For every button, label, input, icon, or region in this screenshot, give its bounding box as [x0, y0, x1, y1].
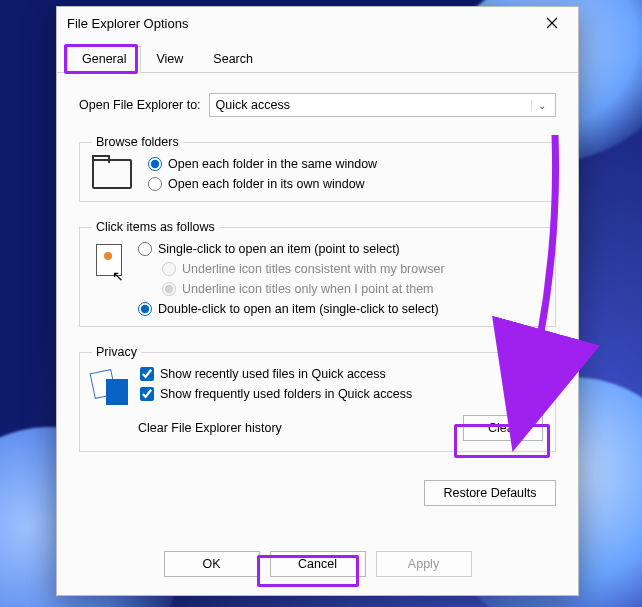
restore-defaults-button[interactable]: Restore Defaults	[424, 480, 556, 506]
click-icon: ↖	[92, 244, 126, 284]
radio-underline-point: Underline icon titles only when I point …	[162, 282, 543, 296]
tab-view[interactable]: View	[141, 46, 198, 73]
radio-underline-browser-label: Underline icon titles consistent with my…	[182, 262, 445, 276]
radio-single-click[interactable]: Single-click to open an item (point to s…	[138, 242, 543, 256]
clear-button[interactable]: Clear	[463, 415, 543, 441]
cancel-button[interactable]: Cancel	[270, 551, 366, 577]
open-explorer-value: Quick access	[216, 98, 290, 112]
privacy-icon	[92, 369, 128, 405]
apply-button[interactable]: Apply	[376, 551, 472, 577]
radio-underline-point-label: Underline icon titles only when I point …	[182, 282, 434, 296]
radio-double-click-label: Double-click to open an item (single-cli…	[158, 302, 439, 316]
ok-button[interactable]: OK	[164, 551, 260, 577]
dialog-content: Open File Explorer to: Quick access ⌄ Br…	[57, 73, 578, 480]
radio-double-click[interactable]: Double-click to open an item (single-cli…	[138, 302, 543, 316]
dialog-footer: OK Cancel Apply	[57, 541, 578, 591]
radio-single-click-label: Single-click to open an item (point to s…	[158, 242, 400, 256]
click-items-legend: Click items as follows	[92, 220, 219, 234]
chevron-down-icon: ⌄	[531, 100, 551, 111]
click-items-group: Click items as follows ↖ Single-click to…	[79, 220, 556, 327]
radio-same-window[interactable]: Open each folder in the same window	[148, 157, 377, 171]
check-recent-files-label: Show recently used files in Quick access	[160, 367, 386, 381]
check-recent-files[interactable]: Show recently used files in Quick access	[140, 367, 543, 381]
folder-icon	[92, 159, 132, 189]
window-title: File Explorer Options	[67, 16, 534, 31]
browse-folders-group: Browse folders Open each folder in the s…	[79, 135, 556, 202]
tab-strip: General View Search	[57, 39, 578, 73]
dialog-window: File Explorer Options General View Searc…	[56, 6, 579, 596]
radio-own-window-label: Open each folder in its own window	[168, 177, 365, 191]
open-explorer-label: Open File Explorer to:	[79, 98, 201, 112]
privacy-group: Privacy Show recently used files in Quic…	[79, 345, 556, 452]
tab-general[interactable]: General	[67, 46, 141, 73]
titlebar: File Explorer Options	[57, 7, 578, 39]
open-explorer-row: Open File Explorer to: Quick access ⌄	[79, 93, 556, 117]
tab-search[interactable]: Search	[198, 46, 268, 73]
radio-same-window-label: Open each folder in the same window	[168, 157, 377, 171]
close-icon[interactable]	[534, 9, 570, 37]
check-frequent-folders[interactable]: Show frequently used folders in Quick ac…	[140, 387, 543, 401]
clear-history-label: Clear File Explorer history	[138, 421, 282, 435]
radio-underline-browser: Underline icon titles consistent with my…	[162, 262, 543, 276]
radio-own-window[interactable]: Open each folder in its own window	[148, 177, 377, 191]
privacy-legend: Privacy	[92, 345, 141, 359]
open-explorer-combo[interactable]: Quick access ⌄	[209, 93, 556, 117]
browse-folders-legend: Browse folders	[92, 135, 183, 149]
check-frequent-folders-label: Show frequently used folders in Quick ac…	[160, 387, 412, 401]
